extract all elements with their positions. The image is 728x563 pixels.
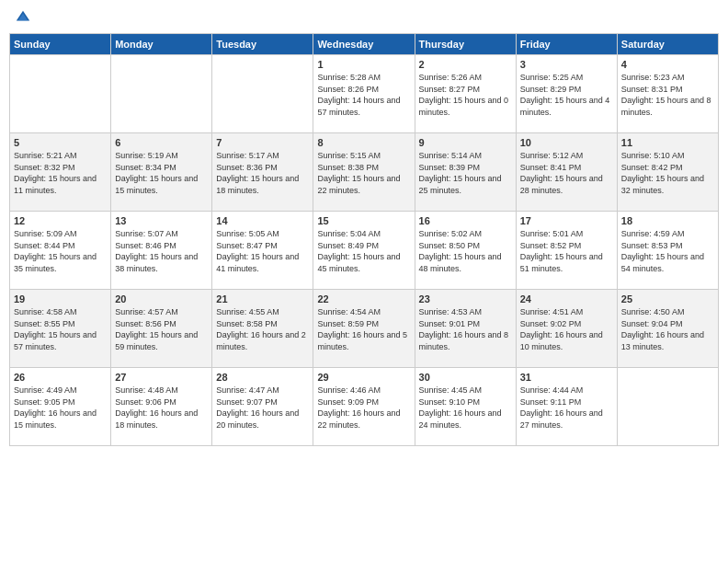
calendar-cell: 3Sunrise: 5:25 AMSunset: 8:29 PMDaylight…: [516, 55, 617, 133]
cell-info: Sunrise: 5:28 AMSunset: 8:26 PMDaylight:…: [317, 73, 400, 117]
calendar-cell: 11Sunrise: 5:10 AMSunset: 8:42 PMDayligh…: [617, 133, 718, 212]
calendar-table: SundayMondayTuesdayWednesdayThursdayFrid…: [9, 33, 719, 446]
cell-info: Sunrise: 5:23 AMSunset: 8:31 PMDaylight:…: [621, 73, 711, 117]
cell-info: Sunrise: 5:26 AMSunset: 8:27 PMDaylight:…: [419, 73, 509, 117]
header-cell-friday: Friday: [516, 34, 617, 55]
header-cell-wednesday: Wednesday: [313, 34, 415, 55]
calendar-cell: 23Sunrise: 4:53 AMSunset: 9:01 PMDayligh…: [415, 290, 516, 368]
day-number: 2: [419, 59, 512, 70]
cell-info: Sunrise: 4:44 AMSunset: 9:11 PMDaylight:…: [520, 385, 603, 430]
calendar-cell: [111, 55, 212, 133]
day-number: 19: [14, 293, 107, 304]
calendar-cell: 14Sunrise: 5:05 AMSunset: 8:47 PMDayligh…: [212, 212, 313, 290]
calendar-cell: [10, 55, 111, 133]
calendar-cell: [617, 368, 718, 446]
calendar-cell: 26Sunrise: 4:49 AMSunset: 9:05 PMDayligh…: [10, 368, 111, 446]
header-cell-saturday: Saturday: [617, 34, 718, 55]
cell-info: Sunrise: 4:49 AMSunset: 9:05 PMDaylight:…: [14, 385, 97, 430]
cell-info: Sunrise: 4:53 AMSunset: 9:01 PMDaylight:…: [419, 307, 509, 351]
calendar-cell: 21Sunrise: 4:55 AMSunset: 8:58 PMDayligh…: [212, 290, 313, 368]
calendar-cell: 29Sunrise: 4:46 AMSunset: 9:09 PMDayligh…: [313, 368, 415, 446]
calendar-cell: 28Sunrise: 4:47 AMSunset: 9:07 PMDayligh…: [212, 368, 313, 446]
week-row-5: 26Sunrise: 4:49 AMSunset: 9:05 PMDayligh…: [10, 368, 719, 446]
day-number: 28: [216, 372, 309, 383]
cell-info: Sunrise: 5:19 AMSunset: 8:34 PMDaylight:…: [115, 151, 198, 195]
calendar-cell: 27Sunrise: 4:48 AMSunset: 9:06 PMDayligh…: [111, 368, 212, 446]
cell-info: Sunrise: 5:02 AMSunset: 8:50 PMDaylight:…: [419, 229, 502, 273]
cell-info: Sunrise: 4:51 AMSunset: 9:02 PMDaylight:…: [520, 307, 603, 351]
calendar-cell: 19Sunrise: 4:58 AMSunset: 8:55 PMDayligh…: [10, 290, 111, 368]
day-number: 21: [216, 293, 309, 304]
day-number: 20: [115, 293, 208, 304]
calendar-cell: 13Sunrise: 5:07 AMSunset: 8:46 PMDayligh…: [111, 212, 212, 290]
cell-info: Sunrise: 4:47 AMSunset: 9:07 PMDaylight:…: [216, 385, 299, 430]
cell-info: Sunrise: 5:05 AMSunset: 8:47 PMDaylight:…: [216, 229, 299, 273]
calendar-cell: 25Sunrise: 4:50 AMSunset: 9:04 PMDayligh…: [617, 290, 718, 368]
calendar-cell: 7Sunrise: 5:17 AMSunset: 8:36 PMDaylight…: [212, 133, 313, 212]
day-number: 16: [419, 215, 512, 226]
calendar-cell: 10Sunrise: 5:12 AMSunset: 8:41 PMDayligh…: [516, 133, 617, 212]
calendar-cell: 6Sunrise: 5:19 AMSunset: 8:34 PMDaylight…: [111, 133, 212, 212]
header-cell-thursday: Thursday: [415, 34, 516, 55]
day-number: 29: [317, 372, 410, 383]
calendar-cell: 8Sunrise: 5:15 AMSunset: 8:38 PMDaylight…: [313, 133, 415, 212]
calendar-cell: 16Sunrise: 5:02 AMSunset: 8:50 PMDayligh…: [415, 212, 516, 290]
calendar-cell: 9Sunrise: 5:14 AMSunset: 8:39 PMDaylight…: [415, 133, 516, 212]
calendar-cell: 20Sunrise: 4:57 AMSunset: 8:56 PMDayligh…: [111, 290, 212, 368]
day-number: 26: [14, 372, 107, 383]
calendar-cell: 1Sunrise: 5:28 AMSunset: 8:26 PMDaylight…: [313, 55, 415, 133]
calendar-cell: [212, 55, 313, 133]
cell-info: Sunrise: 5:14 AMSunset: 8:39 PMDaylight:…: [419, 151, 502, 195]
cell-info: Sunrise: 5:17 AMSunset: 8:36 PMDaylight:…: [216, 151, 299, 195]
header-row: SundayMondayTuesdayWednesdayThursdayFrid…: [10, 34, 719, 55]
day-number: 15: [317, 215, 410, 226]
cell-info: Sunrise: 4:46 AMSunset: 9:09 PMDaylight:…: [317, 385, 400, 430]
cell-info: Sunrise: 4:54 AMSunset: 8:59 PMDaylight:…: [317, 307, 407, 351]
cell-info: Sunrise: 4:55 AMSunset: 8:58 PMDaylight:…: [216, 307, 306, 351]
day-number: 6: [115, 137, 208, 148]
cell-info: Sunrise: 4:58 AMSunset: 8:55 PMDaylight:…: [14, 307, 97, 351]
logo: [13, 9, 31, 26]
calendar-cell: 31Sunrise: 4:44 AMSunset: 9:11 PMDayligh…: [516, 368, 617, 446]
day-number: 23: [419, 293, 512, 304]
cell-info: Sunrise: 5:25 AMSunset: 8:29 PMDaylight:…: [520, 73, 610, 117]
day-number: 22: [317, 293, 410, 304]
calendar-cell: 18Sunrise: 4:59 AMSunset: 8:53 PMDayligh…: [617, 212, 718, 290]
week-row-2: 5Sunrise: 5:21 AMSunset: 8:32 PMDaylight…: [10, 133, 719, 212]
cell-info: Sunrise: 5:07 AMSunset: 8:46 PMDaylight:…: [115, 229, 198, 273]
header-cell-monday: Monday: [111, 34, 212, 55]
cell-info: Sunrise: 5:01 AMSunset: 8:52 PMDaylight:…: [520, 229, 603, 273]
day-number: 13: [115, 215, 208, 226]
calendar-cell: 5Sunrise: 5:21 AMSunset: 8:32 PMDaylight…: [10, 133, 111, 212]
day-number: 9: [419, 137, 512, 148]
day-number: 8: [317, 137, 410, 148]
day-number: 25: [621, 293, 714, 304]
day-number: 30: [419, 372, 512, 383]
week-row-1: 1Sunrise: 5:28 AMSunset: 8:26 PMDaylight…: [10, 55, 719, 133]
day-number: 10: [520, 137, 613, 148]
day-number: 27: [115, 372, 208, 383]
day-number: 14: [216, 215, 309, 226]
calendar-cell: 24Sunrise: 4:51 AMSunset: 9:02 PMDayligh…: [516, 290, 617, 368]
day-number: 31: [520, 372, 613, 383]
cell-info: Sunrise: 5:21 AMSunset: 8:32 PMDaylight:…: [14, 151, 97, 195]
day-number: 7: [216, 137, 309, 148]
header-cell-tuesday: Tuesday: [212, 34, 313, 55]
calendar-cell: 22Sunrise: 4:54 AMSunset: 8:59 PMDayligh…: [313, 290, 415, 368]
calendar-cell: 17Sunrise: 5:01 AMSunset: 8:52 PMDayligh…: [516, 212, 617, 290]
calendar-cell: 15Sunrise: 5:04 AMSunset: 8:49 PMDayligh…: [313, 212, 415, 290]
week-row-3: 12Sunrise: 5:09 AMSunset: 8:44 PMDayligh…: [10, 212, 719, 290]
day-number: 4: [621, 59, 714, 70]
cell-info: Sunrise: 4:59 AMSunset: 8:53 PMDaylight:…: [621, 229, 704, 273]
calendar-cell: 2Sunrise: 5:26 AMSunset: 8:27 PMDaylight…: [415, 55, 516, 133]
cell-info: Sunrise: 4:57 AMSunset: 8:56 PMDaylight:…: [115, 307, 198, 351]
cell-info: Sunrise: 5:10 AMSunset: 8:42 PMDaylight:…: [621, 151, 704, 195]
logo-icon: [15, 9, 31, 26]
cell-info: Sunrise: 4:48 AMSunset: 9:06 PMDaylight:…: [115, 385, 198, 430]
cell-info: Sunrise: 5:15 AMSunset: 8:38 PMDaylight:…: [317, 151, 400, 195]
calendar-cell: 12Sunrise: 5:09 AMSunset: 8:44 PMDayligh…: [10, 212, 111, 290]
cell-info: Sunrise: 4:45 AMSunset: 9:10 PMDaylight:…: [419, 385, 502, 430]
page-header: [9, 9, 719, 26]
day-number: 12: [14, 215, 107, 226]
header-cell-sunday: Sunday: [10, 34, 111, 55]
